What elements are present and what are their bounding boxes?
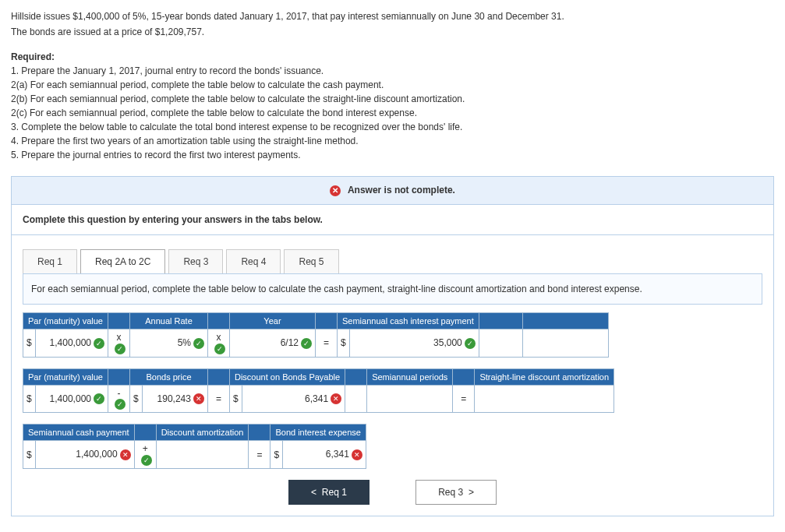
t2-eq1: = [207, 385, 229, 413]
answer-status-text: Answer is not complete. [348, 185, 455, 196]
t1-rate[interactable]: 5%✓ [129, 329, 207, 357]
check-icon: ✓ [465, 338, 476, 349]
t3-expense[interactable]: 6,341✕ [283, 441, 366, 469]
chevron-left-icon: < [311, 487, 316, 498]
req-1: 1. Prepare the January 1, 2017, journal … [11, 64, 774, 78]
t2-h3: Discount on Bonds Payable [229, 368, 345, 385]
t1-h2: Annual Rate [129, 312, 207, 329]
currency-symbol: $ [23, 329, 36, 357]
t2-bonds-price[interactable]: 190,243✕ [142, 385, 207, 413]
prev-button[interactable]: < Req 1 [288, 480, 370, 505]
t1-op2[interactable]: x✓ [207, 329, 229, 357]
req-2a: 2(a) For each semiannual period, complet… [11, 78, 774, 92]
t1-h1: Par (maturity) value [23, 312, 108, 329]
req-3: 3. Complete the below table to calculate… [11, 120, 774, 134]
req-2b: 2(b) For each semiannual period, complet… [11, 92, 774, 106]
intro-line-1: Hillside issues $1,400,000 of 5%, 15-yea… [11, 9, 774, 23]
t2-h4: Semiannual periods [367, 368, 453, 385]
t2-eq2: = [453, 385, 475, 413]
currency-symbol: $ [23, 385, 36, 413]
t2-op1[interactable]: -✓ [108, 385, 129, 413]
check-icon: ✓ [141, 455, 152, 466]
currency-symbol: $ [23, 441, 36, 469]
table-row: $ 1,400,000✕ +✓ = $ 6,341✕ [23, 441, 366, 469]
interest-expense-table: Semiannual cash payment Discount amortiz… [23, 424, 366, 469]
tab-description: For each semiannual period, complete the… [23, 274, 762, 305]
currency-symbol: $ [337, 329, 349, 357]
table-row: $ 1,400,000✓ x✓ 5%✓ x✓ 6/12✓ = $ 35,000✓ [23, 329, 609, 357]
t3-op1[interactable]: +✓ [134, 441, 156, 469]
error-icon: ✕ [330, 185, 341, 196]
t2-h1: Par (maturity) value [23, 368, 108, 385]
t1-op1[interactable]: x✓ [108, 329, 129, 357]
tab-req2[interactable]: Req 2A to 2C [80, 249, 165, 273]
answer-status-banner: ✕ Answer is not complete. [11, 176, 774, 205]
x-icon: ✕ [193, 393, 204, 404]
tab-req3[interactable]: Req 3 [168, 249, 223, 273]
discount-table: Par (maturity) value Bonds price Discoun… [23, 368, 614, 414]
t1-h4: Semiannual cash interest payment [337, 312, 479, 329]
required-title: Required: [11, 50, 774, 64]
currency-symbol: $ [271, 441, 283, 469]
t3-h3: Bond interest expense [271, 425, 366, 441]
t1-result[interactable]: 35,000✓ [349, 329, 479, 357]
t3-amort[interactable] [156, 441, 249, 469]
check-icon: ✓ [94, 393, 104, 404]
check-icon: ✓ [115, 399, 126, 410]
x-icon: ✕ [120, 449, 131, 460]
tab-bar: Req 1 Req 2A to 2C Req 3 Req 4 Req 5 [23, 249, 762, 274]
chevron-right-icon: > [469, 487, 474, 498]
t3-h2: Discount amortization [156, 425, 249, 441]
t3-eq: = [249, 441, 271, 469]
t3-cash-payment[interactable]: 1,400,000✕ [35, 441, 134, 469]
t1-h3: Year [229, 312, 315, 329]
tab-req1[interactable]: Req 1 [23, 249, 77, 273]
req-2c: 2(c) For each semiannual period, complet… [11, 106, 774, 120]
check-icon: ✓ [193, 338, 204, 349]
t2-discount[interactable]: 6,341✕ [242, 385, 345, 413]
req-4: 4. Prepare the first two years of an amo… [11, 134, 774, 148]
next-button[interactable]: Req 3 > [415, 480, 497, 505]
req-5: 5. Prepare the journal entries to record… [11, 148, 774, 162]
intro-line-2: The bonds are issued at a price of $1,20… [11, 25, 774, 39]
t2-periods[interactable] [367, 385, 453, 413]
t1-year[interactable]: 6/12✓ [229, 329, 315, 357]
t2-h5: Straight-line discount amortization [475, 368, 614, 385]
t1-par-value[interactable]: 1,400,000✓ [35, 329, 108, 357]
tab-req4[interactable]: Req 4 [226, 249, 281, 273]
check-icon: ✓ [214, 344, 225, 354]
nav-row: < Req 1 Req 3 > [23, 480, 762, 505]
x-icon: ✕ [331, 393, 341, 404]
x-icon: ✕ [352, 449, 362, 460]
currency-symbol: $ [129, 385, 142, 413]
table-row: $ 1,400,000✓ -✓ $ 190,243✕ = $ 6,341✕ = [23, 385, 614, 413]
instruction-row: Complete this question by entering your … [11, 205, 774, 235]
t2-h2: Bonds price [129, 368, 207, 385]
t2-amort[interactable] [475, 385, 614, 413]
t3-h1: Semiannual cash payment [23, 425, 135, 441]
check-icon: ✓ [115, 344, 126, 354]
check-icon: ✓ [301, 338, 312, 349]
cash-payment-table: Par (maturity) value Annual Rate Year Se… [23, 312, 609, 358]
tab-req5[interactable]: Req 5 [284, 249, 338, 273]
t2-par-value[interactable]: 1,400,000✓ [35, 385, 108, 413]
currency-symbol: $ [229, 385, 242, 413]
check-icon: ✓ [94, 338, 104, 349]
t1-eq: = [315, 329, 337, 357]
